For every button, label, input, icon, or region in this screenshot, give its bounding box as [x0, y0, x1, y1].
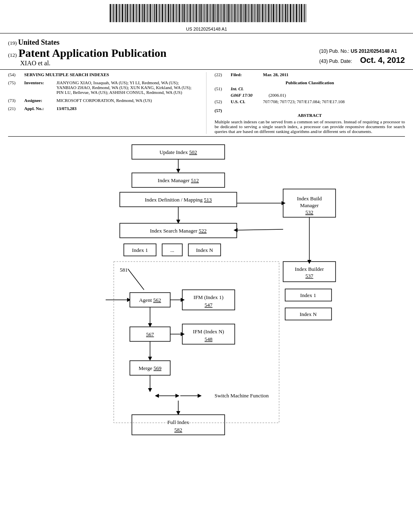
index-builder-label1: Index Builder: [295, 266, 324, 272]
svg-rect-0: [110, 4, 111, 22]
diagram-svg: Update Index 502 Index Manager 512 Index…: [8, 141, 405, 463]
svg-rect-58: [199, 4, 200, 22]
type-row: (12) Patent Application Publication: [8, 47, 167, 60]
svg-rect-82: [236, 4, 237, 22]
svg-rect-36: [165, 4, 166, 22]
svg-rect-56: [196, 4, 197, 22]
ifm-indexn-label2: 548: [204, 336, 213, 342]
index-n-search-label: Index N: [196, 247, 213, 253]
appl-no-value: 13/073,283: [56, 106, 198, 111]
applicant-name: XIAO et al.: [20, 60, 167, 67]
svg-rect-7: [121, 4, 121, 22]
country-label-row: (19) United States: [8, 38, 405, 47]
agent-label: Agent 562: [139, 297, 161, 303]
svg-rect-99: [262, 4, 263, 22]
svg-rect-31: [158, 4, 158, 22]
appl-row: (21) Appl. No.: 13/073,283: [8, 106, 198, 111]
svg-rect-87: [244, 4, 244, 22]
svg-rect-73: [222, 4, 223, 22]
svg-rect-50: [187, 4, 188, 22]
full-index-label1: Full Index: [167, 419, 189, 425]
int-cl-row: (51) Int. Cl.: [215, 86, 405, 91]
arrowhead-567-down: [148, 357, 152, 361]
svg-rect-89: [247, 4, 248, 22]
svg-rect-100: [264, 4, 265, 22]
abstract-text: Multiple search indexes can be served fr…: [215, 119, 405, 134]
abstract-section: (57) ABSTRACT Multiple search indexes ca…: [215, 108, 405, 134]
svg-rect-83: [238, 4, 238, 22]
svg-rect-4: [116, 4, 117, 22]
svg-rect-13: [130, 4, 131, 22]
ifm-index1-label2: 547: [204, 302, 213, 308]
svg-rect-30: [156, 4, 157, 22]
svg-rect-19: [139, 4, 140, 22]
svg-rect-17: [136, 4, 137, 22]
svg-rect-67: [213, 4, 214, 22]
svg-rect-79: [232, 4, 232, 22]
svg-rect-95: [256, 4, 257, 22]
svg-rect-9: [124, 4, 124, 22]
svg-rect-44: [177, 4, 178, 22]
svg-rect-35: [164, 4, 164, 22]
svg-rect-105: [271, 4, 272, 22]
svg-rect-18: [138, 4, 138, 22]
svg-rect-16: [135, 4, 135, 22]
svg-rect-11: [127, 4, 128, 22]
abstract-title: (57): [215, 108, 222, 113]
svg-rect-101: [265, 4, 266, 22]
filed-label: Filed:: [231, 72, 263, 77]
metadata-section: (54) SERVING MULTIPLE SEARCH INDEXES (75…: [8, 70, 405, 137]
us-cl-num: (52): [215, 99, 231, 104]
svg-rect-8: [122, 4, 123, 22]
ifm-index1-label1: IFM (Index 1): [194, 294, 223, 300]
svg-rect-38: [168, 4, 169, 22]
us-cl-row: (52) U.S. Cl. 707/708; 707/723; 707/E17.…: [215, 99, 405, 104]
svg-rect-52: [190, 4, 191, 22]
appl-num: (21): [8, 106, 24, 111]
svg-rect-28: [153, 4, 153, 22]
svg-rect-108: [276, 4, 277, 22]
index-def-label: Index Definition / Mapping 513: [145, 197, 212, 203]
inventors-num: (75): [8, 80, 24, 95]
pub-date-value: Oct. 4, 2012: [360, 56, 405, 65]
svg-rect-22: [144, 4, 145, 22]
svg-rect-71: [219, 4, 220, 22]
svg-rect-125: [303, 4, 303, 22]
pub-date-row: (43) Pub. Date: Oct. 4, 2012: [319, 56, 405, 65]
svg-rect-51: [188, 4, 189, 22]
label-581: 581: [120, 267, 128, 273]
title-value: SERVING MULTIPLE SEARCH INDEXES: [24, 72, 198, 77]
us-cl-val: 707/708; 707/723; 707/E17.084; 707/E17.1…: [263, 99, 405, 104]
svg-rect-124: [301, 4, 302, 22]
filed-num: (22): [215, 72, 231, 77]
svg-rect-110: [279, 4, 280, 22]
svg-rect-24: [147, 4, 148, 22]
index-1-builder-label: Index 1: [300, 292, 316, 298]
index-build-manager-label2: Manager: [300, 202, 319, 208]
ellipsis-label: ...: [170, 247, 174, 253]
svg-rect-33: [161, 4, 161, 22]
svg-rect-70: [217, 4, 219, 22]
svg-rect-43: [176, 4, 177, 22]
svg-rect-40: [171, 4, 172, 22]
svg-rect-111: [281, 4, 282, 22]
svg-rect-98: [261, 4, 261, 22]
svg-rect-97: [259, 4, 260, 22]
inventors-label: Inventors:: [24, 80, 56, 95]
int-cl-label: Int. Cl.: [231, 86, 263, 91]
svg-rect-115: [287, 4, 288, 22]
svg-rect-5: [118, 4, 118, 22]
inventors-value: JIANYONG XIAO, Issaquah, WA (US); YI LI,…: [56, 80, 198, 95]
assignee-row: (73) Assignee: MICROSOFT CORPORATION, Re…: [8, 98, 198, 103]
filed-date: Mar. 28, 2011: [263, 72, 405, 77]
index-search-label: Index Search Manager 522: [150, 228, 206, 234]
label-567: 567: [146, 331, 154, 337]
assignee-label: Assignee:: [24, 98, 56, 103]
barcode: [106, 4, 307, 24]
svg-rect-66: [211, 4, 212, 22]
svg-rect-23: [146, 4, 146, 22]
svg-rect-47: [182, 4, 183, 22]
svg-rect-86: [242, 4, 243, 22]
svg-rect-119: [293, 4, 294, 22]
title-num: (54): [8, 72, 24, 77]
